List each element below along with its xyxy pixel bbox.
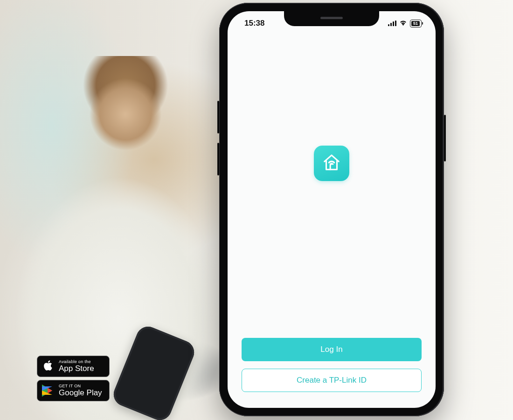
cellular-signal-icon — [388, 21, 396, 26]
tether-house-wifi-icon — [321, 152, 342, 175]
phone-notch — [284, 11, 379, 26]
app-store-badge-line1: Available on the — [59, 360, 94, 364]
app-store-badge-text: Available on the App Store — [59, 360, 94, 373]
battery-icon: 51 — [410, 20, 422, 28]
google-play-icon — [42, 385, 54, 397]
app-body: Log In Create a TP-Link ID — [228, 11, 436, 408]
google-play-badge-line1: GET IT ON — [59, 384, 102, 388]
create-id-button[interactable]: Create a TP-Link ID — [242, 369, 422, 392]
status-time: 15:38 — [244, 19, 264, 28]
phone-screen: 15:38 51 — [228, 11, 436, 408]
login-button[interactable]: Log In — [242, 338, 422, 361]
battery-percent: 51 — [413, 21, 418, 26]
phone-frame: 15:38 51 — [219, 3, 444, 416]
google-play-badge[interactable]: GET IT ON Google Play — [37, 380, 110, 401]
auth-buttons: Log In Create a TP-Link ID — [228, 338, 436, 392]
app-logo — [314, 146, 349, 181]
status-icons: 51 — [388, 19, 422, 28]
store-badges: Available on the App Store GET IT ON Goo… — [37, 356, 110, 401]
app-store-badge[interactable]: Available on the App Store — [37, 356, 110, 377]
wifi-icon — [399, 19, 407, 28]
google-play-badge-text: GET IT ON Google Play — [59, 384, 102, 398]
login-button-label: Log In — [320, 345, 342, 354]
app-store-badge-line2: App Store — [59, 364, 94, 373]
create-id-button-label: Create a TP-Link ID — [297, 376, 367, 385]
google-play-badge-line2: Google Play — [59, 388, 102, 398]
apple-icon — [42, 359, 54, 373]
